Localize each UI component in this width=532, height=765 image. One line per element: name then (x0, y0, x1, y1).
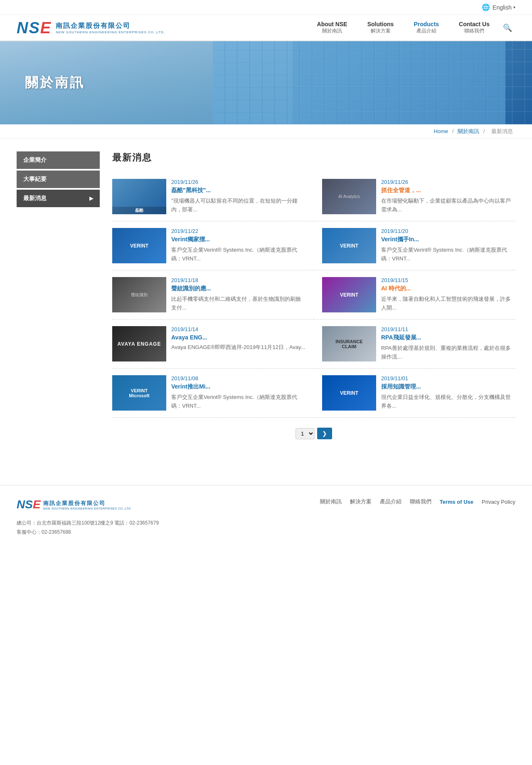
sidebar-item-milestones-label: 大事紀要 (23, 176, 47, 183)
news-excerpt-7: Avaya ENGAGE®即即西迪拜-2019年11月12日，Avay... (171, 343, 305, 352)
footer-link-terms[interactable]: Terms of Use (440, 499, 473, 505)
news-date-9: 2019/11/08 (171, 375, 305, 381)
news-info-1: 2019/11/26 磊酷"黑科技"... "現場機器人可以駐留在不同的位置，在… (171, 179, 305, 214)
nav-products-cn: 產品介紹 (416, 27, 436, 35)
nav-about-en: About NSE (317, 21, 347, 27)
news-headline-5[interactable]: 聲紋識別的應... (171, 285, 305, 292)
footer-address: 總公司：台北市羅斯福路三段100號12樓之9 電話：02-23657679 客服… (17, 519, 159, 537)
news-date-8: 2019/11/11 (381, 326, 515, 332)
news-headline-10[interactable]: 採用知識管理... (381, 383, 515, 391)
news-info-9: 2019/11/08 Verint推出Mi... 客戶交互企業Verint® S… (171, 375, 305, 411)
footer-logo-s: S (25, 498, 33, 511)
footer-link-contact[interactable]: 聯絡我們 (410, 498, 431, 505)
sidebar-active-icon: ▶ (89, 196, 93, 201)
news-excerpt-6: 近半來，隨著自動化和人工智慧技術的飛速發展，許多人開... (381, 295, 515, 312)
logo-e-text: E (40, 20, 51, 36)
news-info-3: 2019/11/22 Verint獨家摺... 客戶交互企業Verint® Sy… (171, 228, 305, 263)
news-info-8: 2019/11/11 RPA飛延發展... RPA善於處理基於規則、重複的業務流… (381, 326, 515, 361)
list-item: VERINT 2019/11/15 AI 時代的... 近半來，隨著自動化和人工… (314, 270, 515, 319)
footer-link-solutions[interactable]: 解決方案 (350, 498, 372, 505)
sidebar-item-about-label: 企業簡介 (23, 156, 47, 164)
page-select[interactable]: 1 2 3 (296, 428, 315, 439)
news-date-5: 2019/11/18 (171, 277, 305, 283)
news-thumb-8: INSURANCECLAIM (322, 326, 376, 361)
footer-link-privacy[interactable]: Privacy Policy (482, 499, 515, 505)
news-headline-4[interactable]: Verint攜手In... (381, 236, 515, 243)
news-excerpt-5: 比起手機零碼支付和二維碼支付，基於生物識別的刷臉支付... (171, 295, 305, 312)
next-page-button[interactable]: ❯ (317, 428, 332, 439)
logo-en: NEW SOUTHERN ENGINEERING ENTERPRISES CO.… (56, 30, 165, 34)
news-headline-1[interactable]: 磊酷"黑科技"... (171, 187, 305, 194)
breadcrumb-sep2: / (483, 128, 485, 134)
footer-logo-e: E (33, 498, 41, 511)
news-headline-6[interactable]: AI 時代的... (381, 285, 515, 292)
breadcrumb-home[interactable]: Home (434, 128, 448, 134)
news-excerpt-10: 現代企業日益全球化、規模化、分散化，分支機構及世界各... (381, 393, 515, 411)
news-excerpt-4: 客戶交互企業Verint® Systems Inc.（納斯達克股票代碼：VRNT… (381, 246, 515, 263)
sidebar-item-about[interactable]: 企業簡介 (17, 151, 100, 169)
news-info-6: 2019/11/15 AI 時代的... 近半來，隨著自動化和人工智慧技術的飛速… (381, 277, 515, 312)
nav-about-cn: 關於南訊 (322, 27, 342, 35)
hero-title: 關於南訊 (25, 74, 85, 92)
news-thumb-9: VERINTMicrosoft (112, 375, 166, 411)
news-date-3: 2019/11/22 (171, 228, 305, 234)
nav-solutions-cn: 解決方案 (371, 27, 391, 35)
news-thumb-2: AI Analytics (322, 179, 376, 214)
news-info-5: 2019/11/18 聲紋識別的應... 比起手機零碼支付和二維碼支付，基於生物… (171, 277, 305, 312)
news-thumb-6: VERINT (322, 277, 376, 312)
news-date-4: 2019/11/20 (381, 228, 515, 234)
hero-banner: 關於南訊 (0, 41, 532, 124)
nav-contact[interactable]: Contact Us 聯絡我們 (449, 19, 500, 36)
breadcrumb-about[interactable]: 關於南訊 (458, 128, 479, 134)
news-headline-2[interactable]: 抓住全管道，... (381, 187, 515, 194)
main-nav: About NSE 關於南訊 Solutions 解決方案 Products 產… (307, 19, 500, 36)
footer-address-line1: 總公司：台北市羅斯福路三段100號12樓之9 電話：02-23657679 (17, 519, 159, 528)
news-excerpt-2: 在市場變化驅動下，企業從顧客以產品為中心向以客戶需求為... (381, 197, 515, 214)
pagination: 1 2 3 ❯ (112, 428, 515, 439)
footer-links: 關於南訊 解決方案 產品介紹 聯絡我們 Terms of Use Privacy… (320, 498, 515, 505)
sidebar-item-news[interactable]: 最新消息 ▶ (17, 190, 100, 207)
news-info-2: 2019/11/26 抓住全管道，... 在市場變化驅動下，企業從顧客以產品為中… (381, 179, 515, 214)
footer-link-about[interactable]: 關於南訊 (320, 498, 342, 505)
nav-about[interactable]: About NSE 關於南訊 (307, 19, 357, 36)
footer-logo-area: N S E 南訊企業股份有限公司 NEW SOUTHERN ENGINEERIN… (17, 498, 159, 537)
nav-solutions[interactable]: Solutions 解決方案 (357, 19, 404, 36)
list-item: VERINTMicrosoft 2019/11/08 Verint推出Mi...… (112, 369, 314, 418)
news-headline-7[interactable]: Avaya ENG... (171, 334, 305, 341)
news-grid: 磊酷 2019/11/26 磊酷"黑科技"... "現場機器人可以駐留在不同的位… (112, 172, 515, 418)
news-date-1: 2019/11/26 (171, 179, 305, 185)
main-content: 企業簡介 大事紀要 最新消息 ▶ 最新消息 磊酷 2019/11/26 磊酷"黑… (0, 139, 532, 452)
news-date-10: 2019/11/01 (381, 375, 515, 381)
breadcrumb: Home / 關於南訊 / 最新消息 (0, 124, 532, 139)
news-info-4: 2019/11/20 Verint攜手In... 客戶交互企業Verint® S… (381, 228, 515, 263)
nav-products[interactable]: Products 產品介紹 (404, 19, 449, 36)
news-headline-3[interactable]: Verint獨家摺... (171, 236, 305, 243)
news-headline-8[interactable]: RPA飛延發展... (381, 334, 515, 342)
list-item: 聲紋識別 2019/11/18 聲紋識別的應... 比起手機零碼支付和二維碼支付… (112, 270, 314, 319)
footer-link-products[interactable]: 產品介紹 (380, 498, 401, 505)
news-date-7: 2019/11/14 (171, 326, 305, 332)
news-thumb-4: VERINT (322, 228, 376, 263)
logo-s-text: S (29, 20, 39, 36)
lang-dropdown-arrow[interactable]: ▾ (513, 5, 515, 10)
search-button[interactable]: 🔍 (500, 22, 515, 34)
nav-solutions-en: Solutions (367, 21, 394, 27)
list-item: VERINT 2019/11/20 Verint攜手In... 客戶交互企業Ve… (314, 221, 515, 270)
footer: N S E 南訊企業股份有限公司 NEW SOUTHERN ENGINEERIN… (0, 485, 532, 549)
news-date-2: 2019/11/26 (381, 179, 515, 185)
footer-inner: N S E 南訊企業股份有限公司 NEW SOUTHERN ENGINEERIN… (17, 498, 515, 537)
news-info-10: 2019/11/01 採用知識管理... 現代企業日益全球化、規模化、分散化，分… (381, 375, 515, 411)
nav-products-en: Products (414, 21, 439, 27)
language-label: English (493, 4, 512, 11)
news-date-6: 2019/11/15 (381, 277, 515, 283)
list-item: AI Analytics 2019/11/26 抓住全管道，... 在市場變化驅… (314, 172, 515, 221)
news-headline-9[interactable]: Verint推出Mi... (171, 383, 305, 391)
news-excerpt-3: 客戶交互企業Verint® Systems Inc.（納斯達克股票代碼：VRNT… (171, 246, 305, 263)
nav-contact-cn: 聯絡我們 (464, 27, 484, 35)
list-item: 磊酷 2019/11/26 磊酷"黑科技"... "現場機器人可以駐留在不同的位… (112, 172, 314, 221)
logo[interactable]: N S E 南訊企業股份有限公司 NEW SOUTHERN ENGINEERIN… (17, 20, 165, 36)
news-excerpt-8: RPA善於處理基於規則、重複的業務流程，處於在很多操作流... (381, 344, 515, 361)
news-thumb-7: AVAYA ENGAGE (112, 326, 166, 361)
list-item: AVAYA ENGAGE 2019/11/14 Avaya ENG... Ava… (112, 319, 314, 369)
sidebar-item-milestones[interactable]: 大事紀要 (17, 171, 100, 188)
